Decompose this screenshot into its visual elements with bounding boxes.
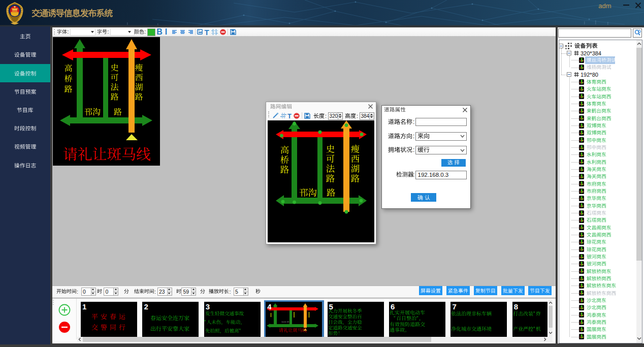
svg-text:1024 39: 1024 39 — [281, 321, 289, 323]
